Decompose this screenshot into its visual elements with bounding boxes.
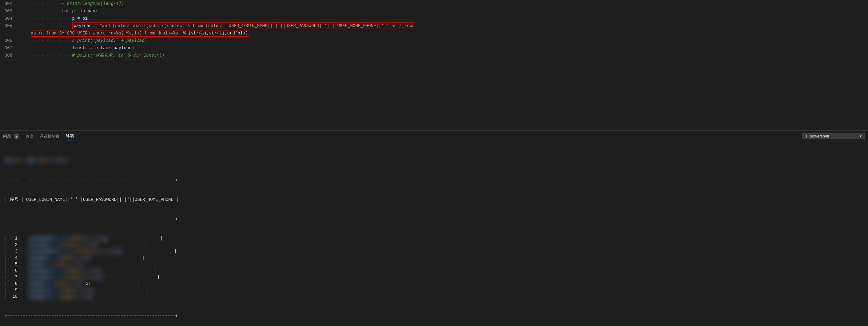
- gutter: [19, 37, 31, 44]
- tab-label: 问题: [3, 134, 11, 138]
- code-editor[interactable]: 302 ············# print(lengths[leng-1])…: [0, 0, 868, 130]
- code-line[interactable]: 307 ················lenstr = attack(payl…: [0, 44, 868, 52]
- table-row: | 8 | 2! |: [5, 281, 863, 287]
- tab-output[interactable]: 输出: [26, 132, 33, 141]
- table-row: | 4 | |: [5, 255, 863, 261]
- censored-block: [28, 281, 83, 287]
- table-header-row: | 序号 | USER_LOGIN_NAME||'|'||USER_PASSWO…: [5, 197, 863, 203]
- table-row: | 3 | |: [5, 248, 863, 255]
- censored-block: [28, 268, 101, 274]
- panel-tabs: 问题 2 输出 调试控制台 终端 1: powershell ▾: [0, 131, 868, 141]
- problems-badge: 2: [14, 133, 20, 139]
- table-row: | 7 | ! |: [5, 274, 863, 281]
- table-row: | 2 | |: [5, 242, 863, 248]
- code-line[interactable]: 306 ················# print("payload:" +…: [0, 37, 868, 44]
- table-row: | 6 | |: [5, 267, 863, 274]
- line-number: 308: [0, 52, 19, 59]
- censored-block: [28, 236, 108, 242]
- code-line[interactable]: 308 ················# print("返回长度: %s" %…: [0, 52, 868, 59]
- censored-block: [28, 294, 93, 300]
- table-row: | 9 | |: [5, 287, 863, 293]
- tab-debug-console[interactable]: 调试控制台: [40, 132, 60, 141]
- code-content[interactable]: ············# print(lengths[leng-1]): [31, 0, 868, 7]
- line-number: 306: [0, 37, 19, 44]
- table-row: | 5 | ! |: [5, 261, 863, 267]
- gutter: [19, 22, 31, 37]
- highlighted-payload-box: payload = "and (select ascii(substr((sel…: [31, 23, 414, 37]
- table-header-sep: +------+--------------------------------…: [5, 177, 863, 184]
- gutter: [19, 7, 31, 15]
- censored-block: [28, 249, 123, 255]
- code-content[interactable]: ················# print("payload:" + pay…: [31, 37, 868, 44]
- line-number: 305: [0, 22, 19, 37]
- terminal-name: 1: powershell: [805, 134, 829, 138]
- censored-block: [28, 261, 83, 267]
- table-row: | 1 | |: [5, 235, 863, 242]
- terminal-output[interactable]: +------+--------------------------------…: [0, 141, 868, 326]
- code-content[interactable]: ················payload = "and (select a…: [31, 22, 868, 37]
- terminal-selector[interactable]: 1: powershell ▾: [802, 133, 865, 139]
- code-content[interactable]: ················lenstr = attack(payload): [31, 44, 868, 52]
- tab-problems[interactable]: 问题 2: [3, 132, 20, 141]
- table-footer-sep: +------+--------------------------------…: [5, 313, 863, 319]
- chevron-down-icon: ▾: [860, 134, 862, 138]
- code-content[interactable]: ············for p1 in pay:: [31, 7, 868, 15]
- code-line[interactable]: 304 ················p = p1: [0, 15, 868, 22]
- gutter: [19, 44, 31, 52]
- censored-block: [28, 242, 98, 248]
- code-line-highlighted[interactable]: 305 ················payload = "and (sele…: [0, 22, 868, 37]
- line-number: 303: [0, 7, 19, 15]
- censored-block: [28, 287, 93, 293]
- line-number: 304: [0, 15, 19, 22]
- gutter: [19, 0, 31, 7]
- censored-block: [28, 255, 91, 261]
- censored-block: [26, 158, 53, 163]
- censored-block: [5, 158, 23, 163]
- terminal-dropdown[interactable]: 1: powershell ▾: [802, 133, 865, 139]
- code-line[interactable]: 302 ············# print(lengths[leng-1]): [0, 0, 868, 7]
- line-number: 302: [0, 0, 19, 7]
- censored-block: [56, 158, 68, 163]
- censored-block: [28, 274, 103, 281]
- code-content[interactable]: ················p = p1: [31, 15, 868, 22]
- gutter: [19, 52, 31, 59]
- table-row: | 10 | |: [5, 293, 863, 300]
- code-content[interactable]: ················# print("返回长度: %s" % str…: [31, 52, 868, 59]
- line-number: 307: [0, 44, 19, 52]
- panel-area: 问题 2 输出 调试控制台 终端 1: powershell ▾ +------…: [0, 130, 868, 326]
- gutter: [19, 15, 31, 22]
- code-line[interactable]: 303 ············for p1 in pay:: [0, 7, 868, 15]
- tabs-left: 问题 2 输出 调试控制台 终端: [3, 131, 74, 141]
- tab-terminal[interactable]: 终端: [66, 131, 74, 141]
- table-header-sep: +------+--------------------------------…: [5, 216, 863, 222]
